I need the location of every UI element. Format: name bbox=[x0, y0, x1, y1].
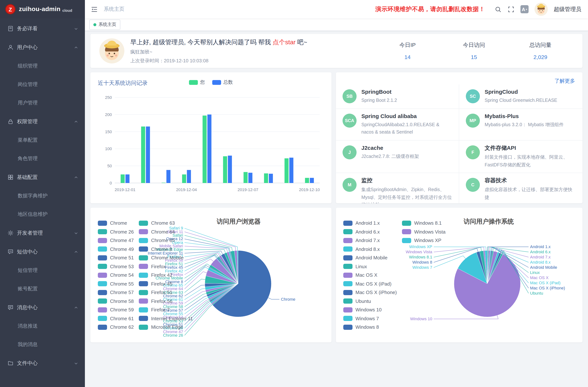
legend-item[interactable]: Chrome 26 bbox=[98, 227, 134, 236]
sidebar-item[interactable]: 开发者管理 bbox=[0, 224, 85, 242]
pie-slice[interactable] bbox=[230, 251, 238, 284]
legend-item[interactable]: Android 8.x bbox=[343, 245, 397, 253]
bar[interactable] bbox=[141, 126, 145, 183]
bar[interactable] bbox=[285, 158, 289, 183]
pie-slice[interactable] bbox=[230, 251, 238, 284]
bar[interactable] bbox=[182, 175, 186, 183]
pie-slice[interactable] bbox=[476, 251, 487, 284]
legend-item[interactable]: Chrome 53 bbox=[98, 262, 134, 271]
pie-slice[interactable] bbox=[221, 253, 238, 284]
legend-item[interactable]: Chrome 58 bbox=[98, 297, 134, 306]
legend-item[interactable]: Chrome 49 bbox=[98, 245, 134, 253]
bar[interactable] bbox=[167, 170, 170, 183]
legend-item[interactable]: Windows 10 bbox=[343, 306, 397, 314]
pie-slice[interactable] bbox=[229, 252, 238, 284]
tab-系统主页[interactable]: 系统主页 bbox=[89, 19, 120, 30]
pie-slice[interactable] bbox=[208, 284, 238, 298]
legend-item[interactable]: Mac OS X (iPhone) bbox=[343, 288, 397, 297]
legend-item[interactable]: Linux bbox=[343, 262, 397, 271]
sidebar-item[interactable]: 务必详看 bbox=[0, 19, 85, 38]
legend-item[interactable]: Ubuntu bbox=[343, 297, 397, 306]
legend-item[interactable]: Mac OS X bbox=[343, 271, 397, 280]
bar[interactable] bbox=[126, 175, 129, 183]
bar[interactable] bbox=[223, 156, 227, 183]
pie-slice[interactable] bbox=[219, 255, 238, 284]
bar[interactable] bbox=[162, 183, 166, 183]
pie-slice[interactable] bbox=[227, 252, 238, 284]
sidebar-subitem[interactable]: 数据字典维护 bbox=[0, 187, 85, 205]
sidebar-item[interactable]: 基础配置 bbox=[0, 168, 85, 187]
sidebar-item[interactable]: 短信中心 bbox=[0, 242, 85, 261]
pie-slice[interactable] bbox=[485, 250, 487, 284]
username[interactable]: 超级管理员 bbox=[554, 6, 581, 13]
pie-slice[interactable] bbox=[208, 268, 238, 284]
pie-slice[interactable] bbox=[210, 284, 238, 302]
sidebar-subitem[interactable]: 角色管理 bbox=[0, 149, 85, 168]
pie-slice[interactable] bbox=[487, 254, 503, 284]
pie-slice[interactable] bbox=[487, 251, 494, 284]
pie-slice[interactable] bbox=[237, 250, 238, 284]
pie-slice[interactable] bbox=[208, 284, 238, 300]
pie-slice[interactable] bbox=[224, 253, 238, 284]
pie-slice[interactable] bbox=[205, 276, 238, 284]
legend-item[interactable]: Firefox 45 bbox=[139, 280, 193, 288]
legend-item[interactable]: Firefox 51 bbox=[139, 288, 193, 297]
sidebar-subitem[interactable]: 地区信息维护 bbox=[0, 205, 85, 224]
pie-slice[interactable] bbox=[206, 270, 238, 284]
legend-item[interactable]: 您 bbox=[189, 79, 205, 86]
breadcrumb[interactable]: 系统主页 bbox=[104, 6, 124, 13]
legend-item[interactable]: Firefox bbox=[139, 262, 193, 271]
pie-slice[interactable] bbox=[205, 283, 238, 287]
sidebar-subitem[interactable]: 菜单配置 bbox=[0, 131, 85, 149]
sidebar-item[interactable]: 消息中心 bbox=[0, 298, 85, 317]
legend-item[interactable]: Chrome 65 bbox=[139, 236, 193, 245]
legend-item[interactable]: Chrome 59 bbox=[98, 306, 134, 314]
legend-item[interactable]: Windows XP bbox=[402, 236, 445, 245]
user-avatar[interactable] bbox=[534, 2, 548, 16]
legend-item[interactable]: Chrome 51 bbox=[98, 253, 134, 262]
legend-item[interactable]: Windows 7 bbox=[343, 314, 397, 323]
legend-item[interactable]: Mac OS X (iPad) bbox=[343, 280, 397, 288]
legend-item[interactable]: Firefox 56 bbox=[139, 297, 193, 306]
legend-item[interactable]: Chrome 55 bbox=[98, 280, 134, 288]
legend-item[interactable]: Firefox 42 bbox=[139, 271, 193, 280]
pie-slice[interactable] bbox=[487, 251, 491, 284]
legend-item[interactable]: Chrome 57 bbox=[98, 288, 134, 297]
pie-slice[interactable] bbox=[234, 250, 238, 284]
pie-slice[interactable] bbox=[213, 250, 271, 317]
bar[interactable] bbox=[269, 174, 273, 183]
pie-slice[interactable] bbox=[209, 267, 238, 284]
legend-item[interactable]: Android 7.x bbox=[343, 236, 397, 245]
sidebar-subitem[interactable]: 短信管理 bbox=[0, 261, 85, 280]
font-size-icon[interactable]: A+ bbox=[521, 5, 528, 13]
bar[interactable] bbox=[146, 126, 150, 183]
pie-slice[interactable] bbox=[487, 250, 488, 284]
legend-item[interactable]: Internet Explorer 11 bbox=[139, 314, 193, 323]
pie-slice[interactable] bbox=[216, 258, 238, 284]
pie-slice[interactable] bbox=[487, 250, 489, 284]
sidebar-subitem[interactable]: 用户管理 bbox=[0, 94, 85, 112]
pie-slice[interactable] bbox=[458, 252, 487, 284]
bar[interactable] bbox=[264, 173, 268, 183]
legend-item[interactable]: Chrome 47 bbox=[98, 236, 134, 245]
app-logo[interactable]: Z zuihou-admin cloud bbox=[0, 0, 85, 19]
sidebar-item[interactable]: 用户中心 bbox=[0, 38, 85, 57]
fullscreen-icon[interactable] bbox=[507, 6, 515, 13]
legend-item[interactable]: Firefox 7 bbox=[139, 306, 193, 314]
bar[interactable] bbox=[244, 172, 248, 183]
bar[interactable] bbox=[305, 178, 309, 183]
pie-slice[interactable] bbox=[206, 284, 238, 295]
sidebar-item[interactable]: 权限管理 bbox=[0, 112, 85, 131]
pie-slice[interactable] bbox=[487, 253, 501, 284]
legend-item[interactable]: Chrome 8 bbox=[139, 245, 193, 253]
legend-item[interactable]: Chrome 64 bbox=[139, 227, 193, 236]
bar[interactable] bbox=[289, 158, 294, 183]
pie-slice[interactable] bbox=[210, 284, 238, 303]
bar[interactable] bbox=[208, 115, 211, 183]
pie-slice[interactable] bbox=[211, 284, 238, 304]
pie-slice[interactable] bbox=[209, 284, 238, 301]
sidebar-item[interactable]: 文件中心 bbox=[0, 354, 85, 373]
pie-slice[interactable] bbox=[454, 254, 521, 317]
pie-slice[interactable] bbox=[205, 284, 238, 290]
legend-item[interactable]: Chrome Mobile bbox=[139, 253, 193, 262]
